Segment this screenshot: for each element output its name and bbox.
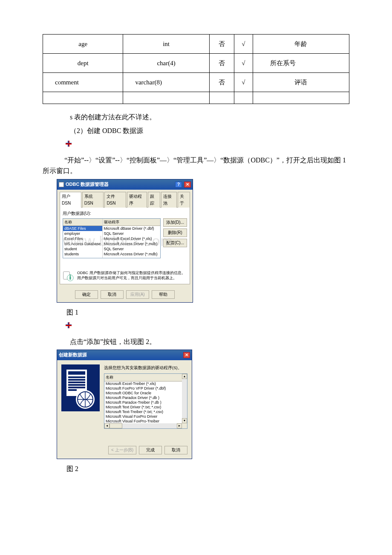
paragraph: （2）创建 ODBC 数据源	[43, 125, 349, 136]
info-text: ODBC 用户数据源存储了如何与指定数据提供程序连接的信息。用户数据源只对当前用…	[77, 270, 187, 280]
section-label: 用户数据源(U):	[63, 210, 187, 217]
window-title: 创建新数据源	[59, 351, 87, 359]
svg-point-3	[69, 274, 71, 275]
field-type: char(4)	[123, 54, 209, 73]
field-name: dept	[43, 54, 123, 73]
tab-user-dsn[interactable]: 用户 DSN	[60, 192, 81, 208]
titlebar: ODBC 数据源管理器 ? ✕	[57, 179, 193, 190]
svg-rect-9	[68, 382, 85, 383]
info-icon	[63, 270, 74, 281]
scroll-up-icon[interactable]: ▴	[182, 374, 187, 379]
svg-rect-7	[68, 376, 85, 378]
field-desc: 所在系号	[253, 54, 349, 73]
list-item[interactable]: Microsoft Visual FoxPro Driver	[104, 414, 187, 419]
field-check: √	[234, 54, 253, 73]
list-item[interactable]: Microsoft FoxPro VFP Driver (*.dbf)	[104, 386, 187, 391]
list-item[interactable]: Microsoft Paradox Driver (*.db )	[104, 396, 187, 400]
scroll-left-icon[interactable]: ◂	[104, 423, 110, 428]
list-item: Microsoft Access Driver (*.mdb)	[103, 251, 160, 257]
tab-file-dsn[interactable]: 文件 DSN	[104, 192, 126, 208]
list-item: Microsoft Access Driver (*.mdb)	[103, 241, 160, 246]
tab-drivers[interactable]: 驱动程序	[127, 192, 147, 208]
paragraph: 点击“添加”按钮，出现图 2。	[43, 336, 349, 347]
paragraph: s 表的创建方法在此不详述。	[43, 112, 349, 123]
dsn-list[interactable]: 名称 dBASE Files employer Excel Files MS A…	[63, 218, 161, 258]
odbc-admin-window: ODBC 数据源管理器 ? ✕ 用户 DSN 系统 DSN 文件 DSN 驱动程…	[57, 179, 193, 303]
list-item[interactable]: Microsoft Excel-Treiber (*.xls)	[104, 382, 187, 386]
field-table: age int 否 √ 年龄 dept char(4) 否 √ 所在系号 com…	[43, 34, 349, 104]
field-nullable: 否	[209, 73, 234, 92]
list-item: SQL Server	[103, 231, 160, 236]
svg-rect-12	[68, 389, 77, 391]
window-title: ODBC 数据源管理器	[66, 182, 109, 187]
list-item[interactable]: MS Access Database	[63, 241, 102, 246]
list-item: SQL Server	[103, 246, 160, 251]
svg-rect-2	[69, 276, 71, 279]
tab-about[interactable]: 关于	[178, 192, 190, 208]
figure-caption: 图 1	[43, 307, 349, 318]
driver-list[interactable]: 名称 Microsoft Excel-Treiber (*.xls) Micro…	[104, 373, 187, 429]
table-row-empty	[43, 92, 349, 104]
prev-button[interactable]: < 上一步(B)	[108, 446, 136, 454]
figure-caption: 图 2	[43, 463, 349, 474]
list-item[interactable]: Microsoft Text-Treiber (*.txt; *.csv)	[104, 410, 187, 414]
column-header-driver: 驱动程序	[103, 219, 160, 226]
list-item[interactable]: employer	[63, 231, 102, 236]
column-header-name: 名称	[63, 219, 102, 226]
paragraph: “开始”--〉“设置”--〉“控制面板”—〉“管理工具”—〉“数据源（ODBC）…	[43, 155, 349, 176]
help-icon[interactable]: ?	[175, 182, 182, 188]
scroll-right-icon[interactable]: ▸	[177, 423, 182, 428]
tab-pooling[interactable]: 连接池	[161, 192, 177, 208]
field-name: age	[43, 35, 123, 54]
cancel-button[interactable]: 取消	[101, 290, 124, 299]
list-item: Microsoft Excel Driver (*.xls)	[103, 236, 160, 241]
field-name: comment	[43, 73, 123, 92]
configure-button[interactable]: 配置(C)...	[163, 239, 187, 247]
field-check: √	[234, 73, 253, 92]
app-icon	[59, 182, 64, 187]
titlebar: 创建新数据源 ✕	[57, 350, 192, 360]
create-dsn-wizard: 创建新数据源 ✕ 选择您想为其安装数据源的驱动程序(S)。 名称	[57, 350, 192, 459]
column-header-name: 名称	[104, 374, 187, 381]
table-row: dept char(4) 否 √ 所在系号	[43, 54, 349, 73]
vertical-scrollbar[interactable]: ▴ ▾	[182, 374, 187, 423]
field-type: varchar(8)	[123, 73, 209, 92]
field-desc: 评语	[253, 73, 349, 92]
list-item[interactable]: student	[63, 246, 102, 251]
horizontal-scrollbar[interactable]: ◂ ▸	[104, 423, 182, 428]
table-row: age int 否 √ 年龄	[43, 35, 349, 54]
list-item[interactable]: Microsoft Visual FoxPro-Treiber	[104, 419, 187, 424]
ok-button[interactable]: 确定	[75, 290, 98, 299]
finish-button[interactable]: 完成	[139, 446, 162, 454]
svg-rect-11	[68, 387, 85, 388]
table-row: comment varchar(8) 否 √ 评语	[43, 73, 349, 92]
field-nullable: 否	[209, 54, 234, 73]
list-item: Microsoft dBase Driver (*.dbf)	[103, 226, 160, 231]
svg-rect-10	[68, 384, 85, 386]
delete-button[interactable]: 删除(R)	[163, 228, 187, 237]
scroll-down-icon[interactable]: ▾	[182, 418, 187, 423]
field-desc: 年龄	[253, 35, 349, 54]
svg-rect-6	[68, 371, 85, 375]
help-button[interactable]: 帮助	[152, 290, 175, 299]
plus-icon	[65, 140, 72, 147]
apply-button[interactable]: 应用(A)	[126, 290, 149, 299]
add-button[interactable]: 添加(D)...	[163, 218, 187, 227]
tab-trace[interactable]: 跟踪	[148, 192, 160, 208]
tabstrip: 用户 DSN 系统 DSN 文件 DSN 驱动程序 跟踪 连接池 关于	[57, 190, 193, 207]
cancel-button[interactable]: 取消	[164, 446, 187, 454]
field-nullable: 否	[209, 35, 234, 54]
list-item[interactable]: students	[63, 251, 102, 257]
field-type: int	[123, 35, 209, 54]
wizard-graphic	[61, 364, 100, 411]
list-item[interactable]: Microsoft Text Driver (*.txt; *.csv)	[104, 405, 187, 410]
list-item[interactable]: dBASE Files	[63, 226, 102, 231]
close-icon[interactable]: ✕	[184, 182, 191, 188]
list-item[interactable]: Microsoft Paradox-Treiber (*.db )	[104, 400, 187, 405]
list-item[interactable]: Excel Files	[63, 236, 102, 241]
plus-icon	[65, 322, 72, 329]
close-icon[interactable]: ✕	[183, 352, 190, 358]
tab-system-dsn[interactable]: 系统 DSN	[82, 192, 104, 208]
list-item[interactable]: Microsoft ODBC for Oracle	[104, 391, 187, 396]
scroll-thumb[interactable]	[110, 423, 122, 428]
